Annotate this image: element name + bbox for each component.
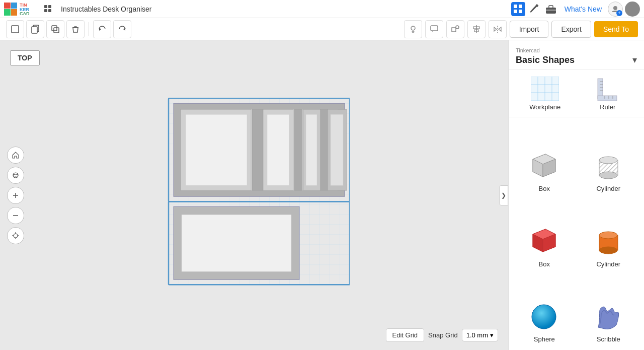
grid-nav-btn[interactable]: [511, 2, 525, 16]
svg-point-91: [599, 247, 617, 254]
svg-marker-30: [494, 27, 497, 31]
scribble-icon: [591, 298, 626, 333]
briefcase-nav-btn[interactable]: [543, 2, 558, 16]
box-gray-icon: [527, 148, 562, 183]
svg-rect-8: [519, 5, 522, 8]
toolbar: Import Export Send To: [0, 18, 644, 40]
hammer-nav-btn[interactable]: [527, 2, 541, 16]
svg-point-92: [532, 305, 556, 329]
shape-cylinder-orange[interactable]: Cylinder: [577, 196, 640, 270]
left-tools: [7, 147, 24, 244]
svg-rect-47: [252, 109, 263, 190]
grid-view-icon: [42, 3, 55, 16]
svg-rect-18: [52, 26, 57, 31]
rp-tools-row: Workplane: [509, 70, 644, 117]
svg-marker-31: [499, 27, 501, 31]
snap-grid-label: Snap Grid: [428, 331, 458, 339]
home-view-button[interactable]: [7, 147, 24, 164]
ruler-label: Ruler: [600, 103, 615, 111]
lightbulb-button[interactable]: [404, 20, 422, 38]
ruler-icon: [593, 76, 623, 101]
topbar-right: What's New +: [511, 2, 640, 17]
svg-rect-3: [44, 5, 47, 8]
new-button[interactable]: [6, 20, 24, 38]
svg-marker-20: [99, 28, 101, 31]
snap-grid-arrow-icon: ▾: [490, 331, 494, 339]
rp-dropdown-button[interactable]: ▾: [632, 54, 637, 65]
copy-button[interactable]: [26, 20, 44, 38]
svg-rect-55: [331, 114, 343, 185]
svg-point-84: [599, 172, 617, 179]
svg-point-33: [13, 174, 18, 176]
import-button[interactable]: Import: [510, 21, 549, 38]
align-button[interactable]: [467, 20, 486, 38]
shape-button[interactable]: [446, 20, 464, 38]
snap-grid-value-text: 1.0 mm: [466, 331, 488, 339]
export-button[interactable]: Export: [551, 21, 591, 38]
svg-rect-7: [514, 5, 517, 8]
redo-button[interactable]: [113, 20, 131, 38]
svg-rect-46: [186, 114, 247, 185]
svg-rect-15: [12, 26, 19, 33]
svg-point-32: [13, 173, 18, 178]
svg-rect-19: [54, 28, 59, 33]
rp-source-label: Tinkercad: [516, 47, 637, 53]
shape-sphere-blue[interactable]: Sphere: [513, 272, 576, 346]
whats-new-button[interactable]: What's New: [560, 3, 606, 15]
svg-point-22: [411, 26, 415, 30]
right-panel: Tinkercad Basic Shapes ▾: [508, 40, 644, 350]
add-user-button[interactable]: +: [608, 2, 623, 17]
shape-box-gray[interactable]: Box: [513, 121, 576, 195]
avatar[interactable]: [625, 2, 640, 17]
shape-box-red[interactable]: Box: [513, 196, 576, 270]
duplicate-button[interactable]: [46, 20, 64, 38]
svg-point-37: [14, 234, 18, 238]
shape-cylinder-gray-label: Cylinder: [596, 185, 620, 192]
rp-header: Tinkercad Basic Shapes ▾: [509, 40, 644, 70]
shape-scribble[interactable]: Scribble: [577, 272, 640, 346]
svg-rect-17: [32, 27, 37, 33]
delete-button[interactable]: [66, 20, 85, 38]
undo-button[interactable]: [93, 20, 111, 38]
rp-title: Basic Shapes: [516, 55, 575, 65]
svg-rect-24: [452, 28, 456, 32]
canvas-area[interactable]: TOP: [0, 40, 508, 350]
cylinder-orange-icon: [591, 223, 626, 258]
svg-rect-12: [546, 8, 556, 14]
shape-scribble-label: Scribble: [597, 335, 620, 343]
svg-marker-21: [123, 28, 125, 31]
sendto-button[interactable]: Send To: [594, 21, 638, 37]
view-label: TOP: [10, 50, 40, 65]
edit-grid-button[interactable]: Edit Grid: [386, 328, 425, 342]
shape-box-gray-label: Box: [539, 185, 550, 192]
svg-rect-58: [182, 215, 291, 271]
toolbar-right: Import Export Send To: [404, 20, 638, 38]
svg-rect-5: [44, 9, 47, 12]
separator-1: [89, 22, 89, 36]
orbit-button[interactable]: [7, 167, 24, 184]
mirror-button[interactable]: [489, 20, 507, 38]
svg-rect-49: [267, 114, 289, 185]
svg-point-83: [599, 157, 617, 164]
zoom-in-button[interactable]: [7, 187, 24, 204]
svg-rect-68: [598, 96, 617, 101]
shape-sphere-blue-label: Sphere: [534, 335, 555, 343]
svg-rect-23: [431, 26, 438, 31]
svg-point-25: [456, 26, 459, 29]
bottom-bar: Edit Grid Snap Grid 1.0 mm ▾: [386, 328, 498, 342]
project-title: Instructables Desk Organiser: [61, 5, 152, 13]
svg-rect-10: [519, 10, 522, 13]
shape-cylinder-orange-label: Cylinder: [596, 260, 620, 268]
ruler-tool[interactable]: Ruler: [588, 76, 628, 111]
comment-button[interactable]: [425, 20, 443, 38]
logo[interactable]: TIN KER CAD: [4, 2, 38, 17]
svg-point-90: [599, 232, 617, 239]
panel-collapse-button[interactable]: ❯: [499, 185, 508, 205]
svg-rect-50: [294, 109, 302, 190]
zoom-out-button[interactable]: [7, 207, 24, 224]
workplane-tool[interactable]: Workplane: [525, 76, 565, 111]
shape-cylinder-gray[interactable]: Cylinder: [577, 121, 640, 195]
fit-view-button[interactable]: [7, 227, 24, 244]
snap-grid-value-selector[interactable]: 1.0 mm ▾: [462, 329, 498, 341]
shape-grid: Box Cylinder: [509, 117, 644, 350]
